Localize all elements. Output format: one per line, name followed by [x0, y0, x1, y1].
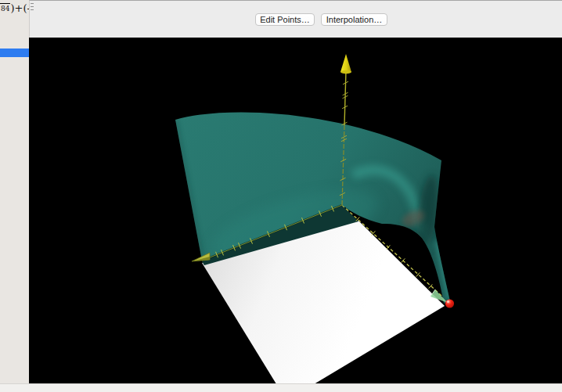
formula-fragment: 84)+(-3 — [0, 1, 29, 18]
edit-points-button[interactable]: Edit Points… — [255, 13, 315, 26]
surface-3d-viewport[interactable] — [29, 38, 562, 383]
selected-list-item[interactable] — [0, 49, 29, 57]
window-bottom-edge — [0, 383, 562, 392]
selected-control-point[interactable] — [445, 299, 454, 307]
formula-operators: )+( — [10, 2, 27, 14]
background-window-strip: 84)+(-3 — [0, 0, 29, 383]
window-grip-icon — [31, 3, 34, 12]
surface-plot-canvas — [29, 38, 562, 383]
w-axis-arrow-cone — [340, 54, 351, 74]
screen: 84)+(-3 Edit Points… Interpolation… — [0, 0, 562, 392]
formula-denominator: 84 — [0, 3, 10, 13]
main-window: Edit Points… Interpolation… — [29, 0, 562, 383]
interpolation-button[interactable]: Interpolation… — [321, 13, 387, 26]
toolbar: Edit Points… Interpolation… — [29, 0, 562, 38]
